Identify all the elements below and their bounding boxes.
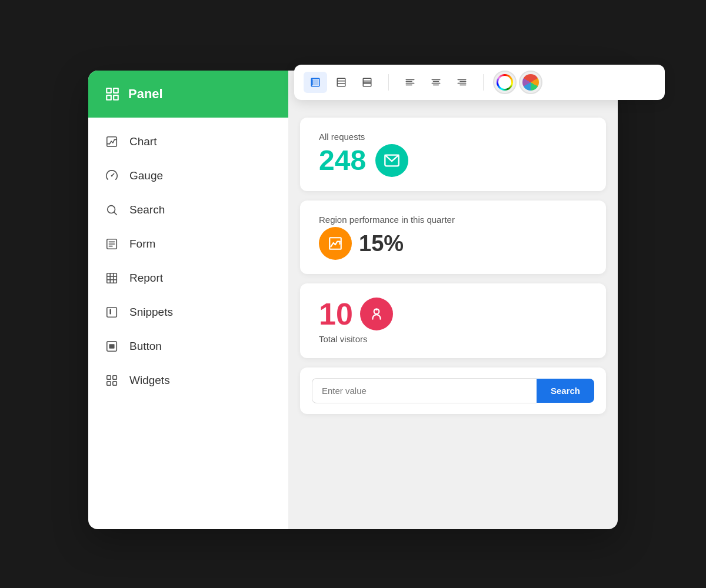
svg-rect-23 [113, 376, 116, 379]
svg-rect-14 [107, 273, 117, 283]
svg-rect-3 [114, 95, 118, 100]
toolbar [294, 65, 665, 100]
svg-rect-21 [109, 344, 114, 348]
visitors-icon-circle [360, 298, 393, 330]
sidebar-header: Panel [88, 71, 288, 118]
color-outline-circle [497, 74, 513, 91]
svg-rect-2 [106, 95, 111, 100]
visitors-value: 10 [319, 299, 353, 329]
sidebar-item-gauge[interactable]: Gauge [88, 159, 288, 193]
email-icon [384, 152, 400, 169]
color-outline-button[interactable] [493, 71, 517, 94]
color-buttons-group [493, 71, 542, 94]
search-icon [105, 203, 119, 216]
widgets-icon [105, 374, 119, 387]
sidebar-item-form[interactable]: Form [88, 227, 288, 261]
region-label: Region performance in this quarter [319, 215, 455, 225]
button-label: Button [129, 340, 162, 353]
align-buttons-group [398, 72, 474, 93]
main-content: All requests 248 Region performance in t… [288, 71, 618, 529]
snippets-icon [105, 306, 119, 319]
text-align-left-button[interactable] [398, 72, 422, 93]
sidebar-item-report[interactable]: Report [88, 261, 288, 295]
requests-content: 248 [319, 144, 408, 177]
gauge-label: Gauge [129, 169, 163, 182]
search-label: Search [129, 203, 165, 216]
color-filled-circle [522, 74, 539, 91]
svg-rect-0 [106, 88, 111, 93]
layout-buttons-group [304, 72, 379, 93]
card-search: Search [300, 368, 606, 414]
user-star-icon [369, 306, 384, 322]
sidebar: Panel Chart [88, 71, 288, 529]
card-region: Region performance in this quarter 15% [300, 201, 606, 274]
region-value: 15% [359, 231, 404, 256]
sidebar-items: Chart Gauge [88, 118, 288, 529]
visitors-content: 10 [319, 298, 393, 330]
text-align-center-button[interactable] [424, 72, 448, 93]
svg-rect-19 [110, 309, 111, 310]
svg-point-7 [111, 175, 113, 177]
toolbar-divider-1 [388, 74, 389, 91]
svg-rect-1 [114, 88, 118, 93]
requests-label: All requests [319, 132, 365, 142]
snippets-label: Snippets [129, 306, 173, 319]
region-content: 15% [319, 227, 404, 260]
sidebar-item-button[interactable]: Button [88, 329, 288, 363]
sidebar-title: Panel [128, 86, 163, 102]
requests-icon-circle [375, 144, 408, 177]
svg-line-9 [114, 212, 116, 215]
card-requests: All requests 248 [300, 118, 606, 191]
button-icon [105, 340, 119, 353]
sidebar-item-search[interactable]: Search [88, 193, 288, 227]
sidebar-item-widgets[interactable]: Widgets [88, 363, 288, 397]
widgets-label: Widgets [129, 374, 170, 387]
sidebar-item-snippets[interactable]: Snippets [88, 295, 288, 329]
chart-up-icon [328, 236, 343, 251]
gauge-icon [105, 169, 119, 182]
requests-value: 248 [319, 146, 366, 175]
svg-rect-24 [107, 382, 111, 385]
panel-icon [105, 86, 120, 102]
report-icon [105, 272, 119, 285]
search-button[interactable]: Search [537, 379, 594, 403]
card-visitors: 10 Total visitors [300, 283, 606, 358]
layout-left-button[interactable] [304, 72, 327, 93]
svg-rect-29 [337, 78, 345, 86]
color-filled-button[interactable] [519, 71, 542, 94]
sidebar-item-chart[interactable]: Chart [88, 125, 288, 159]
text-align-right-button[interactable] [450, 72, 474, 93]
svg-rect-25 [113, 382, 116, 385]
visitors-label: Total visitors [319, 334, 368, 344]
report-label: Report [129, 272, 163, 285]
app-container: Panel Chart [88, 71, 618, 529]
search-input[interactable] [312, 378, 537, 403]
region-icon-circle [319, 227, 352, 260]
svg-rect-22 [107, 376, 111, 379]
chart-icon [105, 135, 119, 148]
svg-rect-27 [312, 79, 319, 86]
layout-right-button[interactable] [355, 72, 379, 93]
toolbar-divider-2 [483, 74, 484, 91]
layout-center-button[interactable] [329, 72, 353, 93]
form-label: Form [129, 238, 155, 250]
cards-area: All requests 248 Region performance in t… [300, 118, 606, 414]
form-icon [105, 238, 119, 250]
chart-label: Chart [129, 135, 156, 148]
